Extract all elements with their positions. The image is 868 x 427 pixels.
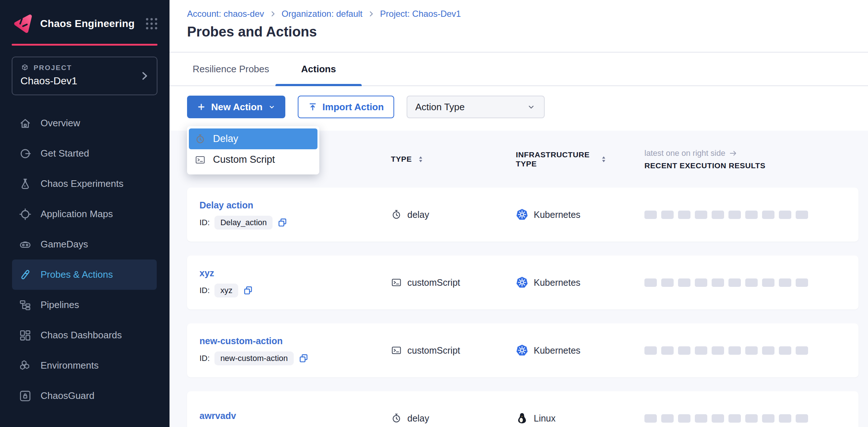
sidebar-item-probes-actions[interactable]: Probes & Actions: [12, 259, 157, 290]
sidebar-item-get-started[interactable]: Get Started: [12, 138, 157, 169]
test-tube-icon: [19, 268, 32, 281]
result-placeholder: [695, 414, 707, 423]
breadcrumb-separator-icon: [368, 10, 375, 18]
infrastructure-cell: Kubernetes: [516, 276, 644, 289]
project-cube-icon: [20, 64, 29, 72]
menu-item-label: Custom Script: [213, 154, 275, 165]
plus-icon: [197, 102, 206, 112]
menu-item-delay[interactable]: Delay: [189, 128, 317, 149]
page-header: Account: chaos-dev Organization: default…: [170, 0, 868, 53]
action-id-chip: Delay_action: [214, 216, 273, 230]
result-placeholder: [762, 346, 774, 355]
action-type-value: delay: [407, 413, 429, 424]
gamepad-icon: [19, 238, 32, 251]
action-name-link[interactable]: xyz: [199, 268, 391, 278]
sidebar-item-chaosguard[interactable]: ChaosGuard: [12, 381, 157, 411]
sidebar-item-label: Pipelines: [41, 299, 79, 311]
breadcrumb-project-link[interactable]: Project: Chaos-Dev1: [380, 9, 461, 19]
result-placeholder: [678, 414, 690, 423]
main-content: Account: chaos-dev Organization: default…: [170, 0, 868, 427]
new-action-menu: Delay Custom Script: [187, 126, 319, 174]
menu-item-custom-script[interactable]: Custom Script: [189, 149, 317, 170]
sidebar-item-environments[interactable]: Environments: [12, 350, 157, 381]
sidebar-item-label: Environments: [41, 360, 99, 371]
sidebar-item-overview[interactable]: Overview: [12, 108, 157, 138]
chevron-down-icon: [526, 102, 536, 112]
result-placeholder: [728, 414, 741, 423]
result-placeholder: [695, 346, 707, 355]
action-type-filter[interactable]: Action Type: [407, 96, 545, 118]
sidebar-item-application-maps[interactable]: Application Maps: [12, 199, 157, 229]
upload-icon: [308, 102, 317, 112]
result-placeholder: [712, 346, 724, 355]
recent-results-cell: [644, 346, 859, 355]
sidebar-item-chaos-dashboards[interactable]: Chaos Dashboards: [12, 320, 157, 350]
id-label: ID:: [199, 218, 210, 227]
result-placeholder: [745, 211, 758, 219]
action-name-link[interactable]: Delay action: [199, 200, 391, 211]
action-id-chip: xyz: [214, 284, 238, 297]
copy-icon[interactable]: [277, 218, 288, 228]
table-row: awrvadv delay Linux: [187, 391, 859, 427]
result-placeholder: [644, 346, 657, 355]
chevron-down-icon: [268, 103, 276, 111]
new-action-button[interactable]: New Action: [187, 96, 285, 118]
copy-icon[interactable]: [298, 353, 309, 363]
action-type-cell: delay: [391, 413, 516, 424]
column-header-infrastructure: INFRASTRUCTURE TYPE: [516, 150, 644, 168]
new-action-label: New Action: [211, 101, 263, 113]
terminal-icon: [391, 277, 402, 288]
result-placeholder: [745, 414, 758, 423]
page-title: Probes and Actions: [187, 24, 317, 40]
result-placeholder: [712, 278, 724, 287]
flask-icon: [19, 177, 32, 191]
infrastructure-value: Kubernetes: [534, 277, 580, 288]
lock-icon: [19, 389, 32, 403]
breadcrumb-organization-link[interactable]: Organization: default: [282, 9, 362, 19]
action-name-link[interactable]: new-custom-action: [199, 336, 391, 346]
id-label: ID:: [199, 286, 210, 295]
sidebar-item-label: Application Maps: [41, 208, 113, 220]
tab-resilience-probes[interactable]: Resilience Probes: [187, 53, 275, 85]
brand-divider: [12, 44, 157, 46]
sort-icon[interactable]: [601, 156, 606, 163]
infrastructure-cell: Linux: [516, 412, 644, 424]
sidebar-item-chaos-experiments[interactable]: Chaos Experiments: [12, 169, 157, 199]
infrastructure-cell: Kubernetes: [516, 208, 644, 221]
result-placeholder: [678, 278, 690, 287]
breadcrumb-account-link[interactable]: Account: chaos-dev: [187, 9, 264, 19]
action-type-cell: customScript: [391, 345, 516, 356]
project-selector[interactable]: PROJECT Chaos-Dev1: [12, 57, 157, 95]
import-action-button[interactable]: Import Action: [298, 96, 394, 118]
copy-icon[interactable]: [243, 285, 253, 296]
sidebar-item-label: Probes & Actions: [41, 269, 113, 280]
action-id-row: ID: xyz: [199, 284, 391, 297]
tab-bar: Resilience Probes Actions: [170, 53, 868, 86]
action-name-link[interactable]: awrvadv: [199, 411, 391, 421]
sidebar-item-gamedays[interactable]: GameDays: [12, 229, 157, 259]
result-placeholder: [728, 211, 741, 219]
tab-actions[interactable]: Actions: [275, 53, 362, 85]
apps-grid-icon[interactable]: [144, 16, 159, 31]
results-hint-label: latest one on right side: [644, 149, 725, 158]
recent-results-cell: [644, 414, 859, 423]
get-started-icon: [19, 147, 32, 160]
result-placeholder: [644, 414, 657, 423]
sidebar-item-label: GameDays: [41, 239, 88, 250]
target-icon: [19, 208, 32, 221]
result-placeholder: [695, 211, 707, 219]
result-placeholder: [745, 346, 758, 355]
sidebar-item-label: Chaos Dashboards: [41, 330, 122, 341]
arrow-right-icon: [729, 149, 738, 158]
actions-table: TYPE INFRASTRUCTURE TYPE latest one on r…: [170, 131, 868, 427]
result-placeholder: [762, 278, 774, 287]
breadcrumb-separator-icon: [269, 10, 277, 18]
result-placeholder: [728, 278, 741, 287]
home-icon: [19, 117, 32, 130]
recent-results-cell: [644, 211, 859, 219]
sidebar-item-pipelines[interactable]: Pipelines: [12, 290, 157, 320]
sidebar-item-label: ChaosGuard: [41, 390, 94, 401]
sort-icon[interactable]: [418, 156, 423, 163]
menu-item-label: Delay: [213, 133, 238, 145]
result-placeholder: [796, 278, 808, 287]
